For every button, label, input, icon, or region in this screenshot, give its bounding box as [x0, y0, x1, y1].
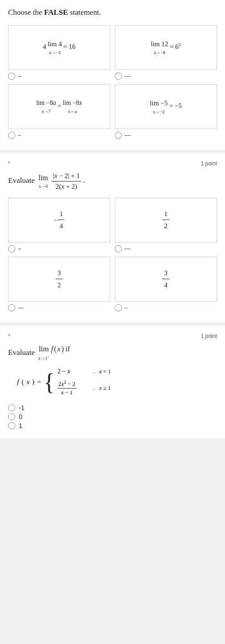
choice-2a-radio[interactable] [8, 245, 15, 252]
piecewise-case-2: 2x2 − 2 x − 1 , x ≥ 1 [57, 380, 111, 396]
choice-2c-box: 3 2 [8, 257, 110, 302]
question-3-evaluate-label: Evaluate [8, 347, 35, 358]
choice-2b-label: — [125, 245, 130, 252]
choice-1d-label: — [125, 132, 130, 138]
question-3-title: Evaluate lim x→1+ f(x) if [8, 344, 217, 362]
choice-1d-box: lim −5 x→−2 = −5 [115, 84, 217, 129]
choice-2c-math: 3 2 [56, 268, 63, 290]
case-2-fraction: 2x2 − 2 x − 1 [57, 380, 76, 396]
function-name: f [17, 378, 19, 386]
choice-2d-math: 3 4 [162, 268, 169, 290]
choice-2d-label: – [125, 304, 128, 311]
piecewise-case-1: 2 − x , x < 1 [57, 368, 111, 375]
choice-2a-box: − 1 4 [8, 198, 110, 242]
choice-2b-box: 1 2 [115, 198, 217, 242]
case-1-cond: x < 1 [99, 368, 111, 375]
choice-2d: 3 4 – [115, 257, 217, 311]
choice-2b-math: 1 2 [162, 208, 169, 231]
choice-1c-label-row: – [8, 132, 110, 139]
choice-1c-label: – [18, 132, 21, 138]
choice-2d-box: 3 4 [115, 257, 217, 302]
choice-1b-radio[interactable] [115, 73, 122, 80]
choice-1b-label-row: — [115, 73, 217, 80]
option-3b-radio[interactable] [8, 413, 15, 420]
choice-1a-math: 4 lim 4 x→−3 = 16 [43, 39, 75, 56]
option-3a-label: -1 [19, 404, 24, 411]
question-1-block: Choose the FALSE statement. 4 lim 4 x→−3… [0, 0, 225, 150]
choice-1d-label-row: — [115, 132, 217, 139]
question-3-options: -1 0 1 [8, 404, 217, 429]
page: Choose the FALSE statement. 4 lim 4 x→−3… [0, 0, 225, 438]
piecewise-function: f ( x ) = { 2 − x , x < 1 2x2 − 2 x − 1 [17, 368, 217, 396]
option-3c-radio[interactable] [8, 422, 15, 429]
choice-1a-label: – [18, 73, 21, 79]
choice-2d-label-row: – [115, 304, 217, 311]
question-2-title: Evaluate lim x→0 |x − 2| + 1 2(x + 2) . [8, 171, 217, 191]
false-bold: FALSE [44, 8, 68, 17]
option-3b-label: 0 [19, 413, 22, 420]
function-paren-open: ( [22, 378, 24, 386]
case-1-expr: 2 − x [57, 368, 89, 375]
option-3c-label: 1 [19, 422, 22, 429]
case-1-comma: , [93, 368, 95, 375]
function-equals: = [37, 378, 41, 386]
question-2-asterisk: * [8, 160, 10, 167]
choice-2a: − 1 4 – [8, 198, 110, 252]
function-var: x [26, 378, 30, 386]
choice-1b-label: — [125, 73, 130, 79]
question-1-choices-grid: 4 lim 4 x→−3 = 16 – [8, 25, 217, 139]
choice-2a-label-row: – [8, 245, 110, 252]
choice-2c-label-row: — [8, 304, 110, 311]
question-1-title: Choose the FALSE statement. [8, 7, 217, 18]
choice-2b-radio[interactable] [115, 245, 122, 252]
choice-2d-radio[interactable] [115, 304, 122, 311]
piecewise-cases: 2 − x , x < 1 2x2 − 2 x − 1 , x ≥ 1 [57, 368, 111, 396]
choice-2a-math: − 1 4 [54, 208, 65, 231]
choice-1a-radio[interactable] [8, 73, 15, 80]
choice-2c: 3 2 — [8, 257, 110, 311]
question-2-header: * 1 point [8, 160, 217, 167]
brace-symbol: { [43, 371, 55, 394]
choice-1c-radio[interactable] [8, 132, 15, 139]
choice-1d: lim −5 x→−2 = −5 — [115, 84, 217, 139]
choice-2c-label: — [18, 304, 24, 311]
option-3a: -1 [8, 404, 217, 411]
question-3-asterisk: * [8, 333, 10, 339]
option-3a-radio[interactable] [8, 404, 15, 411]
option-3b: 0 [8, 413, 217, 420]
question-2-choices-grid: − 1 4 – [8, 198, 217, 311]
choice-1b-math: lim 12 x→−8 = 62 [151, 39, 181, 56]
choice-1c-box: lim −8a x→7 = lim −8x x→a [8, 84, 110, 129]
choice-2c-radio[interactable] [8, 304, 15, 311]
question-3-points: 1 point [201, 333, 217, 339]
choice-1b: lim 12 x→−8 = 62 — [115, 25, 217, 80]
case-2-comma: , [93, 385, 95, 391]
choice-1c-math: lim −8a x→7 = lim −8x x→a [36, 98, 82, 115]
case-2-cond: x ≥ 1 [99, 385, 111, 392]
choice-1d-math: lim −5 x→−2 = −5 [150, 98, 182, 116]
choice-2a-label: – [18, 245, 21, 252]
question-2-points: 1 point [201, 160, 217, 167]
question-2-block: * 1 point Evaluate lim x→0 |x − 2| + 1 2… [0, 153, 225, 322]
choice-1b-box: lim 12 x→−8 = 62 [115, 25, 217, 70]
choice-1a-label-row: – [8, 73, 110, 80]
choice-1c: lim −8a x→7 = lim −8x x→a – [8, 84, 110, 139]
question-3-header: * 1 point [8, 333, 217, 339]
option-3c: 1 [8, 422, 217, 429]
choice-1a-box: 4 lim 4 x→−3 = 16 [8, 25, 110, 70]
choice-1d-radio[interactable] [115, 132, 122, 139]
choice-2b: 1 2 — [115, 198, 217, 252]
choice-2b-label-row: — [115, 245, 217, 252]
question-3-block: * 1 point Evaluate lim x→1+ f(x) if f ( … [0, 326, 225, 438]
function-paren-close: ) [32, 378, 35, 386]
choice-1a: 4 lim 4 x→−3 = 16 – [8, 25, 110, 80]
